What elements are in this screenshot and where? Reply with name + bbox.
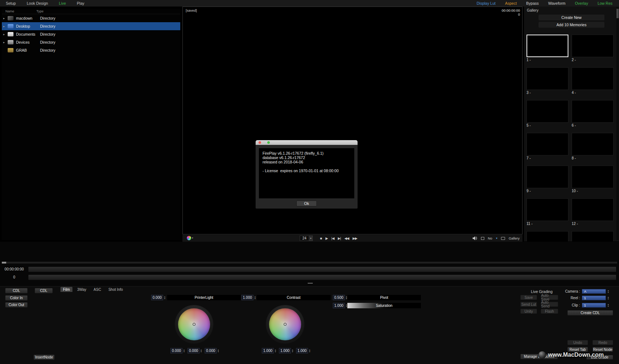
stop-button[interactable]: ■ (320, 236, 322, 240)
memory-slot-12[interactable]: 12 - (572, 198, 614, 226)
memory-thumbnail[interactable] (572, 133, 614, 155)
gallery-scrollbar-thumb[interactable] (616, 9, 619, 18)
disclosure-icon[interactable]: ▸ (2, 41, 7, 44)
memory-slot-3[interactable]: 3 - (527, 67, 568, 95)
disclosure-icon[interactable]: ▸ (2, 25, 7, 28)
display-lut-toggle[interactable]: Display Lut (477, 1, 496, 5)
send-lut-button[interactable]: Send Lut (520, 302, 537, 307)
camera-field[interactable]: A (582, 289, 606, 294)
play-button[interactable]: ▶ (326, 236, 328, 240)
flash-button[interactable]: Flash (541, 309, 558, 314)
bypass-toggle[interactable]: Bypass (526, 1, 539, 5)
skip-to-end-button[interactable]: ▶| (338, 236, 341, 240)
memory-thumbnail[interactable] (527, 67, 568, 90)
minimize-icon[interactable] (263, 141, 265, 144)
chevron-down-icon[interactable]: ▾ (496, 237, 497, 240)
gallery-toggle-label[interactable]: Gallery (509, 236, 520, 240)
memory-thumbnail[interactable] (527, 35, 568, 57)
reel-stepper[interactable]: ▲▼ (607, 296, 610, 300)
color-wheel-disk[interactable] (269, 308, 301, 340)
memory-slot-8[interactable]: 8 - (572, 133, 614, 160)
ok-button[interactable]: Ok (296, 201, 317, 206)
printerlight-color-wheel[interactable] (175, 305, 213, 344)
memory-slot-1[interactable]: 1 - (527, 35, 568, 62)
memory-slot-6[interactable]: 6 - (572, 100, 614, 127)
wheel1-green-value[interactable]: 0.000 (188, 348, 200, 353)
fps-value[interactable]: 24 (300, 236, 309, 241)
file-row-devices[interactable]: ▸ Devices Directory (2, 38, 180, 46)
camera-stepper[interactable]: ▲▼ (607, 289, 610, 294)
display-lut-picker[interactable]: ▾ (187, 236, 193, 240)
memory-slot-4[interactable]: 4 - (572, 67, 614, 95)
add-memories-button[interactable]: Add 10 Memories (539, 22, 604, 28)
color-wheel-indicator[interactable] (284, 323, 287, 326)
pivot-slider[interactable]: Pivot (347, 295, 421, 300)
memory-thumbnail[interactable] (572, 231, 614, 241)
monitor-icon[interactable] (481, 237, 484, 240)
column-header-type[interactable]: Type (36, 9, 44, 13)
memory-thumbnail[interactable] (527, 231, 568, 241)
tab-look-design[interactable]: Look Design (27, 1, 48, 5)
undo-button[interactable]: Undo (567, 340, 588, 345)
auto-save-button[interactable]: Auto Save (541, 295, 558, 300)
memory-thumbnail[interactable] (572, 166, 614, 188)
color-wheel-indicator[interactable] (193, 323, 196, 326)
pivot-value[interactable]: 0.500 (333, 295, 345, 300)
unity-button[interactable]: Unity (520, 309, 537, 314)
wheel2-red-value[interactable]: 1.000 (262, 348, 274, 353)
memory-thumbnail[interactable] (572, 198, 614, 221)
color-out-button[interactable]: Color Out (5, 302, 28, 308)
memory-thumbnail[interactable] (572, 35, 614, 57)
node-cdl-button[interactable]: CDL (35, 288, 53, 293)
auto-send-button[interactable]: Auto Send (541, 302, 558, 307)
aspect-toggle[interactable]: Aspect (505, 1, 517, 5)
file-row-documents[interactable]: ▸ Documents Directory (2, 30, 180, 38)
redo-button[interactable]: Redo (592, 340, 613, 345)
tab-film[interactable]: Film (60, 287, 72, 292)
wheel1-blue-value[interactable]: 0.000 (205, 348, 217, 353)
contrast-slider[interactable]: Contrast (257, 295, 331, 300)
wheel1-red-stepper[interactable]: ▲▼ (182, 348, 186, 353)
memory-slot-14[interactable] (572, 231, 614, 241)
contrast-stepper[interactable]: ▲▼ (253, 295, 257, 300)
file-row-desktop[interactable]: ▸ Desktop Directory (2, 22, 180, 30)
column-header-name[interactable]: Name (2, 9, 36, 13)
memory-slot-5[interactable]: 5 - (527, 100, 568, 127)
create-new-button[interactable]: Create New (539, 15, 604, 20)
zoom-icon[interactable] (267, 141, 270, 144)
saturation-value[interactable]: 1.000 (333, 303, 345, 308)
timeline-scrollbar[interactable] (2, 262, 617, 264)
wheel1-red-value[interactable]: 0.000 (170, 348, 182, 353)
wheel2-blue-stepper[interactable]: ▲▼ (308, 348, 311, 353)
skip-to-start-button[interactable]: |◀ (331, 236, 334, 240)
cdl-button[interactable]: CDL (5, 288, 28, 293)
saturation-slider[interactable]: Saturation (347, 303, 421, 308)
close-icon[interactable] (259, 141, 261, 144)
file-row-macdown[interactable]: ▸ macdown Directory (2, 14, 180, 22)
contrast-value[interactable]: 1.000 (241, 295, 253, 300)
clip-field[interactable]: 1 (582, 303, 606, 308)
gallery-frame-icon[interactable] (501, 237, 505, 240)
disclosure-icon[interactable]: ▸ (2, 33, 7, 36)
memory-slot-13[interactable] (527, 231, 568, 241)
memory-slot-11[interactable]: 11 - (527, 198, 568, 226)
tab-shot-info[interactable]: Shot Info (106, 287, 126, 292)
audio-channel-value[interactable]: No (488, 236, 492, 240)
color-wheel-disk[interactable] (178, 308, 210, 340)
timeline-track-audio[interactable] (28, 275, 616, 280)
create-cdl-button[interactable]: Create CDL (567, 310, 613, 316)
fast-forward-button[interactable]: ▶▶ (352, 236, 357, 240)
memory-slot-7[interactable]: 7 - (527, 133, 568, 160)
tab-setup[interactable]: Setup (6, 1, 16, 5)
wheel2-green-value[interactable]: 1.000 (279, 348, 291, 353)
rewind-button[interactable]: ◀◀ (344, 236, 349, 240)
wheel2-blue-value[interactable]: 1.000 (296, 348, 308, 353)
reel-field[interactable]: 1 (582, 296, 606, 300)
wheel1-green-stepper[interactable]: ▲▼ (200, 348, 203, 353)
memory-thumbnail[interactable] (527, 198, 568, 221)
save-button[interactable]: Save (520, 295, 537, 300)
waveform-toggle[interactable]: Waveform (548, 1, 565, 5)
timeline-scrollbar-thumb[interactable] (2, 262, 6, 264)
memory-slot-2[interactable]: 2 - (572, 35, 614, 62)
memory-slot-10[interactable]: 10 - (572, 166, 614, 193)
